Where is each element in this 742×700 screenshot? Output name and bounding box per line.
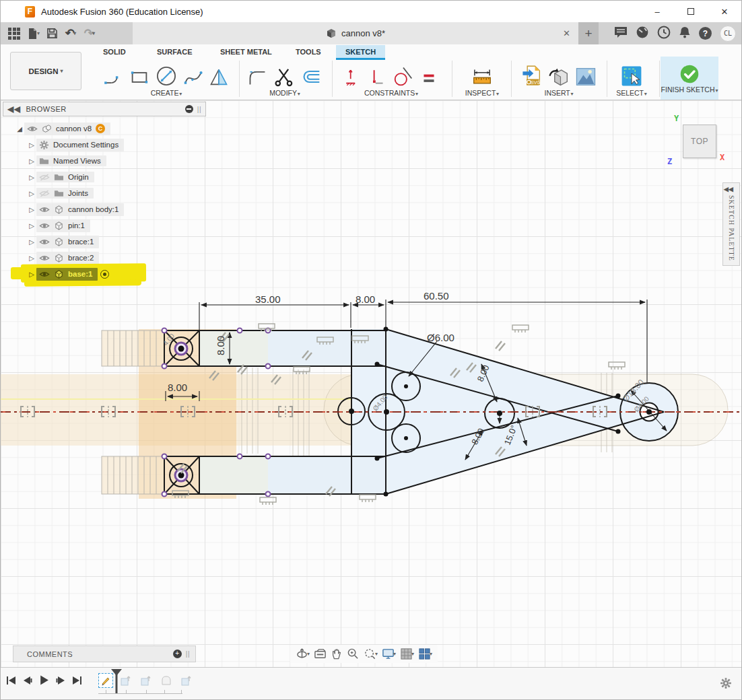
dimension-label[interactable]: 8.00	[215, 336, 226, 355]
browser-item-document-settings[interactable]: ▷ Document Settings	[3, 137, 206, 153]
expand-caret-icon[interactable]: ▷	[27, 141, 36, 149]
panel-grip[interactable]: ||	[186, 650, 190, 658]
visibility-eye-icon[interactable]	[39, 271, 50, 278]
notifications-bell-icon[interactable]	[679, 26, 691, 42]
sketch-canvas[interactable]: 35.00 8.00 60.50 Ø6.00 8.00 8.00 8.00 8.…	[1, 100, 742, 667]
timeline-item-feature[interactable]	[159, 673, 174, 688]
dimension-label[interactable]: 60.50	[424, 290, 449, 302]
activate-component-radio[interactable]	[100, 270, 109, 279]
pan-icon[interactable]	[331, 648, 343, 660]
insert-mesh-icon[interactable]	[548, 66, 570, 88]
expand-caret-icon[interactable]: ▷	[27, 254, 36, 262]
visibility-eye-icon[interactable]	[39, 206, 50, 213]
browser-item-cannon-body[interactable]: ▷ cannon body:1	[3, 201, 206, 217]
expand-caret-icon[interactable]: ▷	[27, 174, 36, 181]
timeline-step-back-button[interactable]	[22, 675, 33, 686]
viewcube[interactable]: TOP	[683, 125, 716, 158]
tab-surface[interactable]: SURFACE	[154, 45, 195, 58]
visibility-eye-icon[interactable]	[39, 238, 50, 246]
collapse-tree-icon[interactable]	[185, 105, 193, 113]
constraints-group-label[interactable]: CONSTRAINTS ▾	[333, 89, 449, 97]
new-tab-button[interactable]: +	[578, 22, 599, 44]
line-tool-icon[interactable]	[104, 67, 124, 88]
profile-avatar[interactable]: CL	[720, 26, 736, 42]
timeline-settings-gear-icon[interactable]	[720, 677, 732, 692]
timeline-item-feature[interactable]	[139, 673, 154, 688]
timeline-skip-end-button[interactable]	[71, 675, 82, 686]
browser-item-origin[interactable]: ▷ Origin	[3, 169, 206, 185]
comments-bar[interactable]: COMMENTS + ||	[13, 645, 196, 662]
file-menu-button[interactable]: ▾	[25, 26, 41, 42]
sketch-palette-tab[interactable]: ◀◀ SKETCH PALETTE	[722, 182, 740, 266]
inspect-group-label[interactable]: INSPECT ▾	[453, 89, 511, 97]
dimension-label[interactable]: 8.00	[168, 382, 187, 393]
coincident-constraint-icon[interactable]	[368, 67, 387, 88]
equal-constraint-icon[interactable]	[419, 69, 438, 88]
finish-sketch-button[interactable]: FINISH SKETCH ▾	[661, 57, 718, 100]
circle-tool-icon[interactable]	[155, 65, 178, 88]
look-at-icon[interactable]	[314, 648, 327, 660]
timeline-play-button[interactable]	[38, 674, 50, 686]
expand-caret-icon[interactable]: ▷	[27, 158, 36, 165]
grid-settings-icon[interactable]: ▾	[400, 648, 414, 660]
timeline-playhead[interactable]	[110, 668, 123, 697]
app-grid-icon[interactable]	[6, 26, 22, 42]
spline-tool-icon[interactable]	[183, 67, 203, 88]
horizontal-vertical-constraint-icon[interactable]	[344, 67, 363, 88]
browser-item-brace-1[interactable]: ▷ brace:1	[3, 234, 206, 250]
tab-sheet-metal[interactable]: SHEET METAL	[217, 45, 275, 58]
select-tool-icon[interactable]	[620, 65, 643, 88]
visibility-eye-off-icon[interactable]	[39, 174, 50, 181]
comments-panel-icon[interactable]	[614, 26, 628, 41]
fillet-tool-icon[interactable]	[248, 67, 268, 88]
tab-close-icon[interactable]: ✕	[563, 28, 570, 38]
browser-item-cannon-v8[interactable]: ◢ cannon v8 C	[3, 120, 206, 137]
viewports-icon[interactable]: ▾	[418, 648, 432, 660]
maximize-button[interactable]	[674, 1, 708, 22]
expand-caret-icon[interactable]: ◢	[15, 125, 24, 133]
close-button[interactable]: ✕	[708, 1, 741, 22]
expand-caret-icon[interactable]: ▷	[27, 190, 36, 197]
create-group-label[interactable]: CREATE ▾	[95, 89, 238, 97]
expand-caret-icon[interactable]: ▷	[27, 271, 36, 278]
insert-group-label[interactable]: INSERT ▾	[512, 89, 605, 97]
offset-tool-icon[interactable]	[300, 66, 322, 88]
help-icon[interactable]: ?	[699, 27, 712, 40]
workspace-selector[interactable]: DESIGN ▾	[10, 52, 81, 90]
dimension-label[interactable]: 8.00	[356, 293, 375, 305]
tab-sketch[interactable]: SKETCH	[336, 45, 385, 60]
browser-item-joints[interactable]: ▷ Joints	[3, 185, 206, 201]
timeline-step-forward-button[interactable]	[55, 675, 66, 686]
visibility-eye-icon[interactable]	[39, 254, 50, 262]
recent-activity-icon[interactable]	[657, 26, 671, 42]
expand-caret-icon[interactable]: ▷	[27, 206, 36, 213]
timeline-skip-start-button[interactable]	[6, 675, 17, 686]
rectangle-tool-icon[interactable]	[129, 67, 149, 88]
trim-tool-icon[interactable]	[273, 66, 295, 88]
expand-caret-icon[interactable]: ▷	[27, 238, 36, 246]
save-button[interactable]	[44, 26, 60, 42]
select-group-label[interactable]: SELECT ▾	[605, 89, 658, 97]
viewcube-face-label[interactable]: TOP	[691, 137, 708, 146]
mirror-tool-icon[interactable]	[209, 67, 229, 88]
expand-panel-icon[interactable]: ◀◀	[724, 186, 733, 193]
browser-header[interactable]: ◀◀ BROWSER ||	[3, 102, 206, 116]
orbit-icon[interactable]: ▾	[296, 648, 310, 660]
minimize-button[interactable]: –	[640, 1, 674, 22]
zoom-icon[interactable]	[347, 648, 360, 660]
tab-solid[interactable]: SOLID	[100, 45, 129, 58]
browser-item-pin[interactable]: ▷ pin:1	[3, 217, 206, 234]
fit-icon[interactable]: ▾	[364, 648, 378, 660]
redo-button[interactable]: ↷▾	[81, 26, 98, 42]
modify-group-label[interactable]: MODIFY ▾	[240, 89, 329, 97]
job-status-icon[interactable]	[636, 26, 649, 42]
expand-caret-icon[interactable]: ▷	[27, 222, 36, 230]
tab-tools[interactable]: TOOLS	[293, 45, 324, 58]
visibility-eye-off-icon[interactable]	[39, 190, 50, 197]
tangent-constraint-icon[interactable]	[393, 66, 414, 88]
browser-item-base-highlighted[interactable]: ▷ base:1	[3, 266, 206, 282]
visibility-eye-icon[interactable]	[39, 222, 50, 230]
dimension-label[interactable]: 35.00	[255, 293, 281, 305]
undo-button[interactable]: ↶▾	[63, 26, 79, 42]
display-settings-icon[interactable]: ▾	[382, 648, 396, 660]
